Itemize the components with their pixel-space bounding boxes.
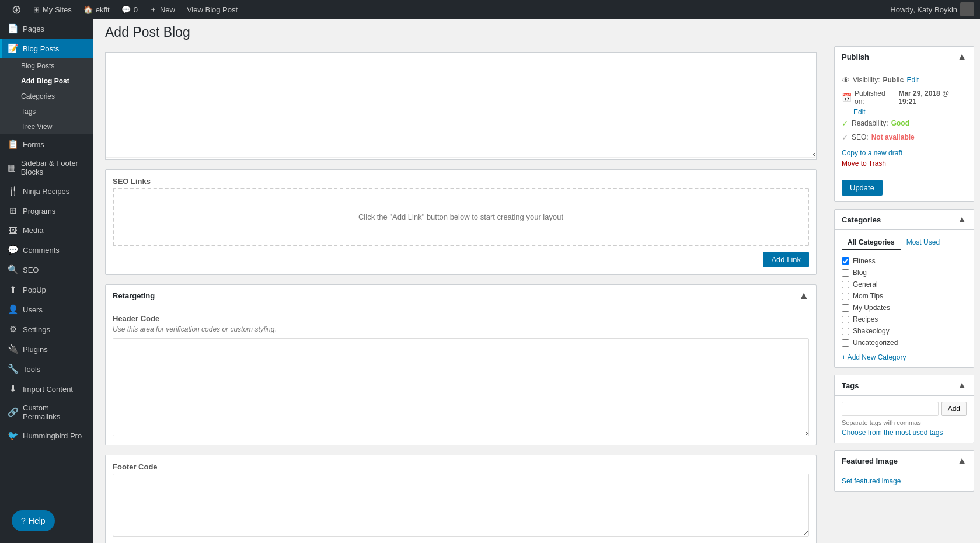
sidebar-item-pages[interactable]: 📄 Pages — [0, 19, 93, 39]
sidebar-item-blog-posts[interactable]: 📝 Blog Posts — [0, 39, 93, 58]
cat-item-uncategorized: Uncategorized — [842, 337, 967, 349]
cat-checkbox-shakeology[interactable] — [842, 328, 849, 335]
tab-most-used[interactable]: Most Used — [901, 236, 946, 250]
publish-panel: Publish ▲ 👁 Visibility: Public Edit 📅 Pu… — [834, 46, 974, 202]
visibility-edit-link[interactable]: Edit — [906, 76, 919, 84]
settings-icon: ⚙ — [8, 324, 18, 335]
sidebar-item-ninja-recipes[interactable]: 🍴 Ninja Recipes — [0, 181, 93, 201]
sidebar-item-tools[interactable]: 🔧 Tools — [0, 359, 93, 379]
cat-checkbox-mom-tips[interactable] — [842, 293, 849, 300]
cat-label-general[interactable]: General — [853, 280, 878, 288]
main-content: Add Post Blog SEO Links Click the "Add L… — [93, 19, 980, 543]
footer-code-textarea[interactable] — [113, 474, 809, 537]
help-button[interactable]: ? Help — [12, 510, 55, 531]
choose-most-used-tags-link[interactable]: Choose from the most used tags — [842, 429, 943, 437]
sidebar: 📄 Pages 📝 Blog Posts Blog Posts Add Blog… — [0, 19, 93, 543]
top-content-textarea[interactable] — [106, 53, 816, 158]
sidebar-item-media[interactable]: 🖼 Media — [0, 221, 93, 240]
featured-image-panel-title: Featured Image — [842, 457, 898, 465]
seo-links-postbox: SEO Links Click the "Add Link" button be… — [105, 169, 817, 275]
cat-checkbox-general[interactable] — [842, 281, 849, 288]
site-name-link[interactable]: 🏠 ekfit — [78, 0, 116, 19]
submenu-tree-view[interactable]: Tree View — [0, 119, 93, 134]
set-featured-image-link[interactable]: Set featured image — [842, 477, 901, 485]
publish-panel-toggle[interactable]: ▲ — [957, 51, 967, 62]
add-new-category-link[interactable]: + Add New Category — [842, 353, 906, 361]
submenu-tags[interactable]: Tags — [0, 104, 93, 119]
wp-logo[interactable]: ⊛ — [6, 0, 27, 19]
submenu-blog-posts[interactable]: Blog Posts — [0, 58, 93, 74]
retargeting-toggle[interactable]: ▲ — [798, 290, 809, 302]
header-code-textarea[interactable] — [113, 338, 809, 436]
cat-checkbox-recipes[interactable] — [842, 316, 849, 323]
published-edit-link[interactable]: Edit — [853, 108, 866, 116]
sidebar-item-custom-permalinks[interactable]: 🔗 Custom Permalinks — [0, 399, 93, 426]
cat-label-uncategorized[interactable]: Uncategorized — [853, 339, 898, 347]
categories-panel-toggle[interactable]: ▲ — [957, 214, 967, 225]
seo-icon: 🔍 — [8, 264, 18, 275]
cat-checkbox-my-updates[interactable] — [842, 304, 849, 312]
cat-label-recipes[interactable]: Recipes — [853, 315, 878, 323]
tags-add-button[interactable]: Add — [941, 402, 967, 416]
sidebar-item-label: Users — [23, 305, 43, 314]
move-to-trash-link[interactable]: Move to Trash — [842, 159, 886, 168]
tags-input[interactable] — [842, 402, 939, 416]
tab-all-categories[interactable]: All Categories — [842, 236, 901, 250]
featured-image-panel-toggle[interactable]: ▲ — [957, 455, 967, 466]
published-label: Published on: — [855, 89, 895, 106]
update-button[interactable]: Update — [842, 180, 883, 196]
sidebar-item-popup[interactable]: ⬆ PopUp — [0, 280, 93, 300]
cat-checkbox-fitness[interactable] — [842, 257, 849, 265]
submenu-categories[interactable]: Categories — [0, 89, 93, 104]
howdy-text: Howdy, Katy Boykin — [890, 5, 957, 14]
new-label: New — [160, 5, 175, 14]
seo-links-title: SEO Links — [113, 177, 809, 186]
cat-label-my-updates[interactable]: My Updates — [853, 304, 890, 312]
cat-checkbox-blog[interactable] — [842, 269, 849, 277]
seo-value: Not available — [871, 133, 915, 141]
tags-panel: Tags ▲ Add Separate tags with commas Cho… — [834, 375, 974, 443]
cat-label-shakeology[interactable]: Shakeology — [853, 327, 890, 335]
cat-label-fitness[interactable]: Fitness — [853, 257, 876, 265]
tags-panel-content: Add Separate tags with commas Choose fro… — [835, 396, 974, 443]
cat-item-fitness: Fitness — [842, 255, 967, 267]
sidebar-item-forms[interactable]: 📋 Forms — [0, 134, 93, 154]
sidebar-item-settings[interactable]: ⚙ Settings — [0, 319, 93, 339]
cat-label-mom-tips[interactable]: Mom Tips — [853, 292, 883, 300]
sidebar-item-label: Custom Permalinks — [23, 403, 88, 421]
footer-code-content: Footer Code — [106, 455, 816, 543]
sidebar-item-label: Tools — [23, 365, 40, 374]
featured-image-panel-header: Featured Image ▲ — [835, 451, 974, 471]
sidebar-item-seo[interactable]: 🔍 SEO — [0, 260, 93, 280]
sidebar-item-hummingbird-pro[interactable]: 🐦 Hummingbird Pro — [0, 426, 93, 445]
my-sites-menu[interactable]: ⊞ My Sites — [27, 0, 78, 19]
retargeting-postbox: Retargeting ▲ Header Code Use this area … — [105, 284, 817, 445]
cat-label-blog[interactable]: Blog — [853, 269, 867, 277]
my-sites-label: My Sites — [43, 5, 72, 14]
sidebar-item-programs[interactable]: ⊞ Programs — [0, 201, 93, 221]
hummingbird-icon: 🐦 — [8, 430, 18, 441]
copy-to-draft-link[interactable]: Copy to a new draft — [842, 149, 967, 157]
tags-panel-toggle[interactable]: ▲ — [957, 380, 967, 391]
sidebar-item-comments[interactable]: 💬 Comments — [0, 240, 93, 260]
site-name: ekfit — [96, 5, 110, 14]
view-blog-post-link[interactable]: View Blog Post — [181, 0, 243, 19]
ninja-recipes-icon: 🍴 — [8, 186, 18, 196]
sidebar-item-label: Forms — [23, 140, 44, 149]
sidebar-item-plugins[interactable]: 🔌 Plugins — [0, 339, 93, 359]
sidebar-item-label: Programs — [23, 207, 55, 215]
add-new-category-section: + Add New Category — [842, 353, 967, 361]
avatar — [960, 2, 974, 16]
cat-checkbox-uncategorized[interactable] — [842, 339, 849, 347]
visibility-label: Visibility: — [853, 76, 880, 84]
cat-item-recipes: Recipes — [842, 314, 967, 325]
submenu-add-blog-post[interactable]: Add Blog Post — [0, 74, 93, 89]
sidebar-item-users[interactable]: 👤 Users — [0, 300, 93, 319]
visibility-value: Public — [883, 76, 904, 84]
sidebar-item-sidebar-footer[interactable]: ▦ Sidebar & Footer Blocks — [0, 154, 93, 181]
new-menu[interactable]: ＋ New — [144, 0, 181, 19]
comments-link[interactable]: 💬 0 — [116, 0, 144, 19]
add-link-button[interactable]: Add Link — [763, 252, 809, 267]
sidebar-item-import-content[interactable]: ⬇ Import Content — [0, 379, 93, 399]
readability-value: Good — [891, 119, 909, 127]
